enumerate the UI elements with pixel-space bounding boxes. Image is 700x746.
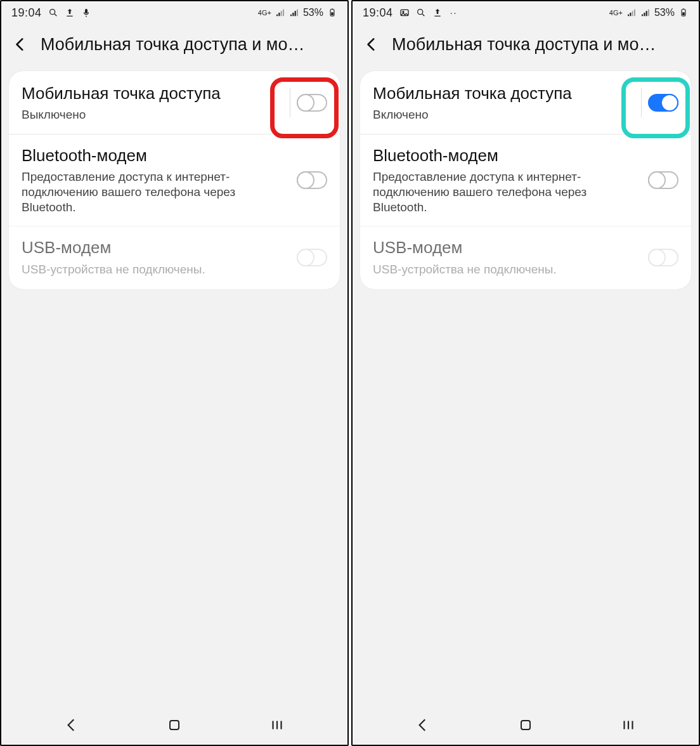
back-button[interactable] (9, 33, 32, 56)
page-title: Мобильная точка доступа и мо… (392, 35, 692, 55)
usb-toggle (297, 249, 327, 266)
divider (290, 88, 290, 117)
image-icon (399, 8, 410, 18)
hotspot-subtitle: Выключено (22, 107, 282, 122)
phone-right: 19:04 ·· 4G+ 53% Мобильная точка доступа… (351, 0, 700, 746)
hotspot-toggle[interactable] (297, 94, 327, 112)
battery-icon (327, 8, 337, 18)
svg-rect-15 (682, 12, 685, 15)
usb-title: USB-модем (373, 238, 640, 258)
usb-title: USB-модем (22, 238, 289, 258)
status-time: 19:04 (11, 6, 42, 20)
hotspot-subtitle: Включено (373, 107, 633, 122)
nav-recents-button[interactable] (264, 716, 290, 735)
settings-card: Мобильная точка доступа Включено Bluetoo… (360, 71, 691, 289)
svg-point-12 (417, 10, 422, 15)
hotspot-row[interactable]: Мобильная точка доступа Включено (360, 72, 691, 134)
upload-icon (432, 8, 443, 18)
mic-icon (81, 8, 91, 18)
nav-back-button[interactable] (410, 716, 436, 735)
search-icon (416, 8, 426, 18)
upload-icon (65, 8, 75, 18)
hotspot-title: Мобильная точка доступа (22, 84, 282, 103)
usb-toggle (648, 249, 678, 266)
network-label: 4G+ (258, 9, 271, 16)
bluetooth-title: Bluetooth-модем (373, 146, 640, 166)
svg-point-0 (49, 10, 55, 15)
settings-card: Мобильная точка доступа Выключено Blueto… (9, 71, 340, 289)
usb-subtitle: USB-устройства не подключены. (373, 262, 640, 277)
status-bar: 19:04 4G+ 53% (1, 1, 347, 24)
divider (641, 88, 642, 117)
nav-recents-button[interactable] (616, 716, 641, 735)
hotspot-title: Мобильная точка доступа (373, 84, 633, 103)
signal-icon (626, 8, 637, 18)
hotspot-row[interactable]: Мобильная точка доступа Выключено (9, 72, 340, 134)
nav-home-button[interactable] (162, 716, 187, 735)
battery-label: 53% (303, 7, 323, 18)
svg-rect-4 (331, 12, 334, 15)
signal-icon (275, 8, 285, 18)
search-icon (48, 8, 58, 18)
page-title: Мобильная точка доступа и мо… (41, 35, 341, 55)
hotspot-toggle[interactable] (648, 94, 678, 112)
status-time: 19:04 (363, 6, 393, 20)
more-icon: ·· (449, 8, 459, 18)
svg-rect-5 (332, 9, 333, 10)
signal-icon (289, 8, 299, 18)
bluetooth-tether-row[interactable]: Bluetooth-модем Предоставление доступа к… (360, 134, 691, 226)
app-bar: Мобильная точка доступа и мо… (353, 24, 699, 65)
bluetooth-toggle[interactable] (648, 171, 678, 189)
network-label: 4G+ (609, 9, 623, 16)
svg-line-13 (422, 14, 424, 16)
status-bar: 19:04 ·· 4G+ 53% (353, 1, 699, 24)
battery-icon (678, 8, 689, 18)
nav-bar (1, 709, 347, 745)
bluetooth-subtitle: Предоставление доступа к интернет-подклю… (373, 169, 640, 214)
usb-tether-row: USB-модем USB-устройства не подключены. (360, 226, 691, 288)
phone-left: 19:04 4G+ 53% Мобильная точка доступа и … (0, 0, 349, 746)
svg-rect-16 (683, 9, 684, 10)
svg-line-1 (55, 14, 56, 16)
bluetooth-tether-row[interactable]: Bluetooth-модем Предоставление доступа к… (9, 134, 340, 226)
nav-home-button[interactable] (513, 716, 538, 735)
app-bar: Мобильная точка доступа и мо… (1, 24, 347, 65)
back-button[interactable] (360, 33, 383, 56)
battery-label: 53% (654, 7, 675, 18)
bluetooth-toggle[interactable] (297, 171, 327, 189)
signal-icon (640, 8, 651, 18)
svg-point-11 (403, 11, 404, 13)
bluetooth-title: Bluetooth-модем (22, 146, 289, 166)
usb-subtitle: USB-устройства не подключены. (22, 262, 289, 277)
svg-rect-6 (170, 721, 179, 730)
bluetooth-subtitle: Предоставление доступа к интернет-подклю… (22, 169, 289, 214)
usb-tether-row: USB-модем USB-устройства не подключены. (9, 226, 340, 288)
nav-back-button[interactable] (59, 716, 84, 735)
nav-bar (353, 709, 699, 745)
svg-rect-2 (85, 9, 88, 13)
svg-rect-17 (521, 721, 530, 730)
